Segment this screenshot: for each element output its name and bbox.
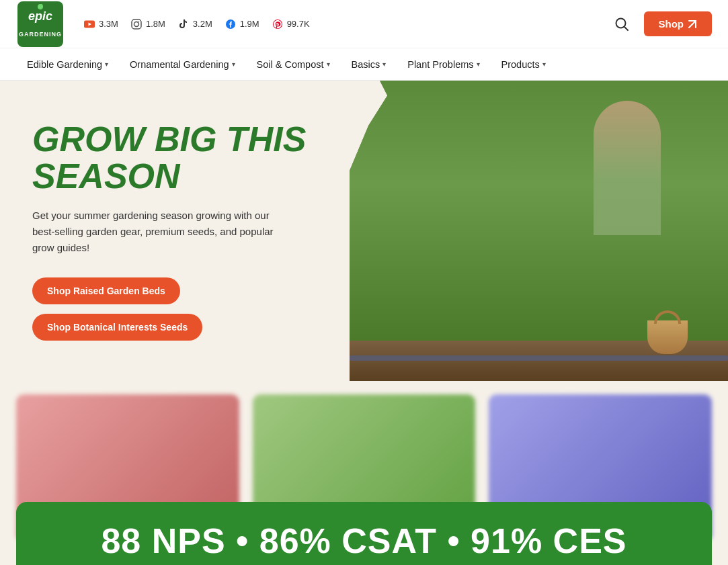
chevron-down-icon: ▾ <box>105 60 108 68</box>
search-button[interactable] <box>610 13 633 36</box>
shop-raised-beds-button[interactable]: Shop Raised Garden Beds <box>32 277 180 304</box>
hero-photo <box>350 81 728 381</box>
stats-text: 88 NPS • 86% CSAT • 91% CES <box>43 521 685 561</box>
logo[interactable]: epic GARDENING <box>16 0 65 48</box>
tiktok-link[interactable]: 3.2M <box>177 18 212 30</box>
nav-item-plant-problems[interactable]: Plant Problems ▾ <box>397 48 490 81</box>
youtube-link[interactable]: 3.3M <box>83 18 118 30</box>
svg-text:GARDENING: GARDENING <box>19 31 62 38</box>
person-silhouette <box>594 101 661 235</box>
youtube-count: 3.3M <box>99 19 118 29</box>
nav-item-basics[interactable]: Basics ▾ <box>341 48 397 81</box>
external-link-icon <box>688 19 697 29</box>
facebook-count: 1.9M <box>240 19 259 29</box>
nav-item-products[interactable]: Products ▾ <box>491 48 557 81</box>
header-actions: Shop <box>610 11 713 36</box>
stats-banner: 88 NPS • 86% CSAT • 91% CES <box>16 502 712 565</box>
svg-point-7 <box>134 21 138 26</box>
pinterest-link[interactable]: 99.7K <box>272 18 310 30</box>
svg-text:epic: epic <box>28 9 52 23</box>
chevron-down-icon: ▾ <box>477 60 480 68</box>
instagram-icon <box>130 18 143 30</box>
main-nav: Edible Gardening ▾ Ornamental Gardening … <box>0 48 728 81</box>
plants-sim <box>350 81 728 341</box>
chevron-down-icon: ▾ <box>327 60 330 68</box>
hero-image <box>350 81 728 381</box>
tiktok-count: 3.2M <box>193 19 212 29</box>
nav-item-soil-compost[interactable]: Soil & Compost ▾ <box>246 48 341 81</box>
social-links: 3.3M 1.8M 3.2M 1.9M 99.7 <box>83 18 610 30</box>
garden-bed-frame <box>350 355 728 361</box>
stats-section: 88 NPS • 86% CSAT • 91% CES <box>0 381 728 565</box>
hero-subtitle: Get your summer gardening season growing… <box>32 208 288 256</box>
nav-item-ornamental-gardening[interactable]: Ornamental Gardening ▾ <box>119 48 246 81</box>
search-icon <box>614 17 629 32</box>
svg-point-8 <box>138 21 140 22</box>
hero-content: GROW BIG THIS SEASON Get your summer gar… <box>0 81 350 381</box>
shop-botanical-seeds-button[interactable]: Shop Botanical Interests Seeds <box>32 314 202 341</box>
hero-section: GROW BIG THIS SEASON Get your summer gar… <box>0 81 728 381</box>
youtube-icon <box>83 18 95 30</box>
hero-title: GROW BIG THIS SEASON <box>32 121 323 194</box>
tiktok-icon <box>177 18 190 30</box>
facebook-icon <box>225 18 237 30</box>
instagram-count: 1.8M <box>146 19 165 29</box>
pinterest-count: 99.7K <box>287 19 310 29</box>
chevron-down-icon: ▾ <box>542 60 546 68</box>
header: epic GARDENING 3.3M 1.8M 3.2 <box>0 0 728 48</box>
pinterest-icon <box>272 18 284 30</box>
svg-rect-6 <box>132 19 141 29</box>
facebook-link[interactable]: 1.9M <box>225 18 259 30</box>
hero-buttons: Shop Raised Garden Beds Shop Botanical I… <box>32 277 323 341</box>
hero-blob <box>350 81 728 381</box>
shop-button[interactable]: Shop <box>644 11 713 36</box>
basket <box>647 320 688 354</box>
chevron-down-icon: ▾ <box>232 60 235 68</box>
chevron-down-icon: ▾ <box>382 60 386 68</box>
nav-item-edible-gardening[interactable]: Edible Gardening ▾ <box>16 48 119 81</box>
instagram-link[interactable]: 1.8M <box>130 18 165 30</box>
